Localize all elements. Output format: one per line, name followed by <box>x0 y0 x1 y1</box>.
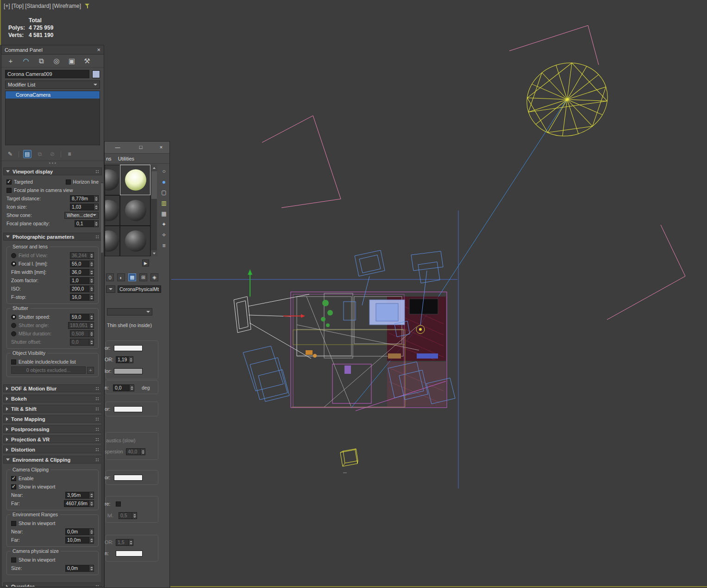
spinner-arrows-icon[interactable] <box>89 314 94 320</box>
rollout-post-header[interactable]: Postprocessing <box>3 425 102 433</box>
menu-item-utilities[interactable]: Utilities <box>118 156 134 161</box>
color-swatch[interactable] <box>114 345 143 351</box>
pick-material-icon[interactable]: ◈ <box>150 273 158 281</box>
focal-plane-checkbox[interactable] <box>6 188 12 193</box>
spinner-arrows-icon[interactable] <box>89 286 94 292</box>
clipping-far-spinner[interactable]: 4607,69m <box>64 500 94 507</box>
mblur-duration-radio[interactable] <box>11 331 16 336</box>
lvl-spinner[interactable]: 0,5 <box>119 512 137 519</box>
rollout-overrides-header[interactable]: Overrides <box>3 582 102 587</box>
slots-scrollbar[interactable] <box>150 165 157 256</box>
size-show-viewport-checkbox[interactable] <box>11 557 16 563</box>
ior-spinner[interactable]: 1,19 <box>116 356 133 363</box>
focal-length-radio[interactable] <box>11 261 16 266</box>
scrollbar-thumb[interactable] <box>101 183 103 253</box>
ranges-far-spinner[interactable]: 10,0m <box>65 537 94 544</box>
show-in-viewport-icon[interactable]: ▦ <box>128 273 136 281</box>
scrollbar-thumb[interactable] <box>151 171 157 199</box>
clipping-enable-checkbox[interactable] <box>11 476 16 481</box>
scroll-down-icon[interactable] <box>151 250 157 256</box>
rollout-dof-header[interactable]: DOF & Motion Blur <box>3 384 102 392</box>
spinner-arrows-icon[interactable] <box>89 537 94 543</box>
shutter-angle-spinner[interactable]: 183,051 <box>68 322 94 329</box>
shutter-angle-radio[interactable] <box>11 323 16 328</box>
enable-exclude-list-checkbox[interactable] <box>11 359 16 365</box>
color-swatch[interactable] <box>114 368 143 374</box>
make-unique-icon[interactable]: ⧉ <box>36 150 44 158</box>
ranges-near-spinner[interactable]: 0,0m <box>65 528 94 535</box>
shutter-offset-spinner[interactable]: 0,0 <box>70 339 94 346</box>
dispersion-spinner[interactable]: 40,0 <box>126 448 145 455</box>
material-name-field[interactable]: CoronaPhysicalMt <box>118 285 161 293</box>
object-name-field[interactable]: Corona Camera009 <box>5 70 89 78</box>
modifier-list-dropdown[interactable]: Modifier List <box>5 80 100 89</box>
maximize-icon[interactable]: □ <box>137 144 144 151</box>
fov-radio[interactable] <box>11 253 16 258</box>
horizon-line-checkbox[interactable] <box>66 179 71 185</box>
spinner-arrows-icon[interactable] <box>128 539 133 545</box>
scroll-up-icon[interactable] <box>151 165 157 171</box>
spinner-arrows-icon[interactable] <box>128 357 133 363</box>
tab-display[interactable]: ▣ <box>67 56 76 66</box>
focal-length-spinner[interactable]: 55,0 <box>70 260 94 267</box>
clipping-near-spinner[interactable]: 3,95m <box>65 492 94 499</box>
rotation-spinner[interactable]: 0,0 <box>113 384 134 391</box>
spinner-arrows-icon[interactable] <box>89 278 94 284</box>
rollout-bokeh-header[interactable]: Bokeh <box>3 395 102 402</box>
fstop-spinner[interactable]: 16,0 <box>70 294 94 301</box>
tab-create[interactable]: + <box>6 56 15 66</box>
ior2-spinner[interactable]: 1,5 <box>116 539 133 546</box>
rollout-projection-header[interactable]: Projection & VR <box>3 435 102 443</box>
viewport-label-bar[interactable]: [+] [Top] [Standard] [Wireframe] <box>4 3 90 9</box>
color-swatch[interactable] <box>114 475 143 481</box>
excluded-objects-button[interactable]: 0 objects excluded... <box>11 366 86 374</box>
tab-hierarchy[interactable]: ⧉ <box>37 56 46 66</box>
re-checkbox[interactable] <box>116 501 121 507</box>
material-editor-titlebar[interactable]: — □ × <box>105 142 169 154</box>
rollout-grip[interactable] <box>1 161 104 165</box>
focal-opacity-spinner[interactable]: 0,1 <box>75 220 99 227</box>
video-color-check-icon[interactable]: ✦ <box>160 220 168 229</box>
viewport-filter-icon[interactable] <box>85 4 90 9</box>
material-mode-select[interactable] <box>107 308 152 316</box>
shutter-speed-spinner[interactable]: 59,0 <box>70 314 94 321</box>
modifier-stack[interactable]: CoronaCamera <box>5 91 100 145</box>
material-slot[interactable] <box>105 195 120 226</box>
sample-sphere-active-icon[interactable]: ● <box>160 178 168 186</box>
zoom-factor-spinner[interactable]: 1,0 <box>70 277 94 284</box>
spinner-arrows-icon[interactable] <box>89 331 94 337</box>
clipping-show-viewport-checkbox[interactable] <box>11 484 16 489</box>
spinner-arrows-icon[interactable] <box>89 565 94 571</box>
tab-motion[interactable]: ◎ <box>52 56 61 66</box>
object-color-swatch[interactable] <box>92 70 100 78</box>
material-slot[interactable] <box>105 165 120 195</box>
icon-size-spinner[interactable]: 1,03 <box>70 204 99 210</box>
spinner-arrows-icon[interactable] <box>89 529 94 535</box>
material-slot[interactable] <box>120 195 150 226</box>
rollout-distortion-header[interactable]: Distortion <box>3 446 102 453</box>
stack-item-selected[interactable]: CoronaCamera <box>6 91 100 99</box>
tab-modify[interactable]: ◠ <box>21 56 31 66</box>
shutter-speed-radio[interactable] <box>11 315 16 320</box>
film-width-spinner[interactable]: 36,0 <box>70 269 94 276</box>
panel-scrollbar[interactable] <box>101 182 103 586</box>
configure-modifier-sets-icon[interactable]: ≡ <box>65 150 74 158</box>
show-cone-select[interactable]: When...cted <box>64 212 99 219</box>
spinner-arrows-icon[interactable] <box>89 294 94 300</box>
material-options-icon[interactable]: ⊞ <box>139 273 147 281</box>
sample-sphere-icon[interactable]: ○ <box>160 167 168 175</box>
material-slot[interactable] <box>105 226 120 256</box>
spinner-arrows-icon[interactable] <box>94 221 98 227</box>
size-spinner[interactable]: 0,0m <box>65 565 94 572</box>
options-list-icon[interactable]: ≡ <box>160 241 168 250</box>
iso-spinner[interactable]: 200,0 <box>70 285 94 292</box>
spinner-arrows-icon[interactable] <box>89 322 94 328</box>
color-swatch[interactable] <box>116 551 143 557</box>
command-panel-titlebar[interactable]: Command Panel × <box>1 45 104 55</box>
checker-background-icon[interactable]: ▦ <box>160 210 168 218</box>
targeted-checkbox[interactable] <box>6 179 12 185</box>
backlight-icon[interactable]: ◐ <box>117 273 125 281</box>
fov-spinner[interactable]: 36,244 <box>70 252 94 259</box>
viewport-label[interactable]: [+] [Top] [Standard] [Wireframe] <box>4 3 81 9</box>
spinner-arrows-icon[interactable] <box>89 253 94 259</box>
